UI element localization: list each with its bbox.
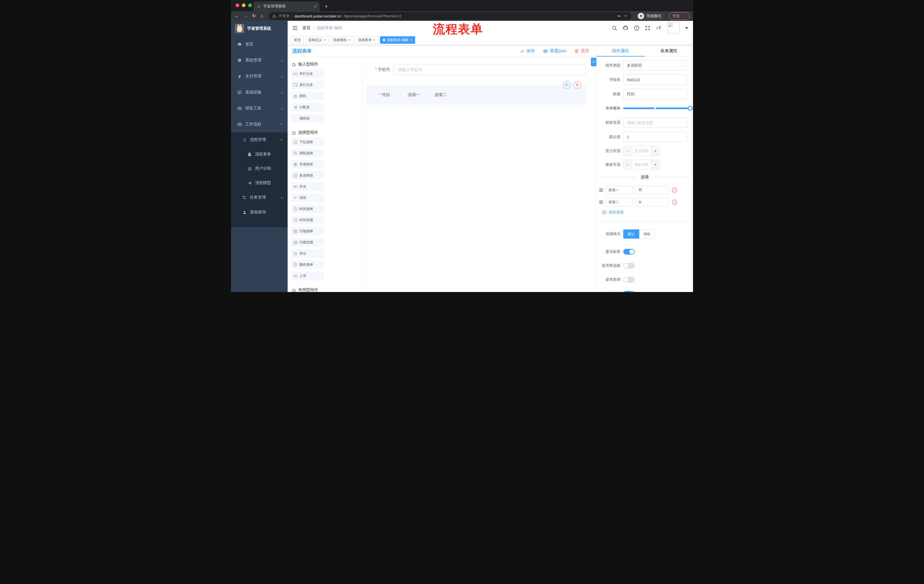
tag-close-icon[interactable]: × (323, 38, 326, 42)
drawer-link-tab[interactable] (591, 58, 596, 66)
font-size-icon[interactable]: TT (656, 25, 662, 31)
default-value-input[interactable] (623, 132, 687, 142)
palette-item-time-range[interactable]: 时间范围 (291, 216, 324, 224)
password-key-icon[interactable] (617, 14, 622, 18)
tag-process-form[interactable]: 流程表单× (355, 36, 378, 44)
palette-item-switch[interactable]: 开关 (291, 182, 324, 191)
add-option-button[interactable]: 添加选项 (602, 210, 693, 215)
palette-item-date-range[interactable]: 日期范围 (291, 238, 324, 247)
minimize-window-button[interactable] (242, 3, 246, 7)
palette-item-multi-text[interactable]: 多行文本 (291, 81, 324, 89)
palette-item-counter[interactable]: 123计数器 (291, 103, 324, 112)
gender-option-2[interactable]: 选项二 (428, 92, 447, 97)
title-input[interactable] (623, 89, 687, 99)
drag-handle-icon[interactable] (599, 188, 604, 192)
gender-option-1[interactable]: 选项一 (401, 92, 420, 97)
browser-tab[interactable]: 芋道管理系统 × (253, 2, 320, 11)
palette-item-date-picker[interactable]: 日期选择 (291, 227, 324, 235)
avatar-caret-icon[interactable] (685, 27, 688, 29)
close-window-button[interactable] (236, 3, 239, 7)
sidebar-item-user-group[interactable]: 用户分组 (231, 161, 288, 176)
palette-item-time-picker[interactable]: 时间选择 (291, 204, 324, 213)
tag-close-icon[interactable]: × (373, 38, 375, 42)
sidebar-item-leave-query[interactable]: 请假查询 (231, 205, 288, 220)
phone-input[interactable] (393, 64, 586, 76)
forward-icon[interactable]: → (243, 14, 248, 18)
tag-home[interactable]: 首页 (291, 36, 304, 44)
disabled-toggle[interactable] (623, 277, 635, 283)
new-tab-button[interactable]: + (322, 3, 330, 10)
browser-menu-dots-icon[interactable]: ⋮ (682, 14, 686, 18)
avatar[interactable] (668, 22, 680, 34)
sidebar-item-process-model[interactable]: 流程模型 (231, 176, 288, 190)
tab-close-icon[interactable]: × (314, 4, 317, 9)
delete-component-button[interactable] (574, 81, 581, 89)
fullscreen-icon[interactable] (645, 25, 650, 31)
option-value-input[interactable] (635, 186, 668, 194)
tag-process-model[interactable]: 流程模型× (330, 36, 353, 44)
plus-icon[interactable]: + (651, 160, 660, 169)
form-grid-slider[interactable] (623, 103, 690, 114)
component-type-select[interactable]: 多选框组 (623, 60, 687, 71)
slider-track[interactable] (623, 107, 690, 109)
drag-handle-icon[interactable] (599, 200, 604, 204)
style-button-button[interactable]: 按钮 (639, 229, 655, 239)
sidebar-item-system[interactable]: 系统管理 (231, 52, 288, 68)
tag-process-definition[interactable]: 流程定义× (305, 36, 328, 44)
sidebar-item-process-form[interactable]: 流程表单 (231, 147, 288, 161)
sidebar-item-home[interactable]: 首页 (231, 36, 288, 52)
clear-button[interactable]: 清空 (574, 48, 589, 54)
palette-item-color-picker[interactable]: 颜色选择 (291, 260, 324, 269)
sidebar-item-process-mgmt[interactable]: 流程管理 (231, 132, 288, 147)
style-default-button[interactable]: 默认 (623, 229, 639, 239)
sidebar-item-workflow[interactable]: 工作流程 (231, 116, 288, 132)
home-icon[interactable]: ⌂ (260, 14, 263, 18)
plus-icon[interactable]: + (651, 146, 660, 155)
border-toggle[interactable] (623, 263, 635, 268)
search-icon[interactable] (612, 25, 617, 31)
palette-item-editor[interactable]: 编辑器 (291, 114, 324, 123)
option-value-input[interactable] (635, 198, 668, 206)
hamburger-collapse-icon[interactable] (292, 25, 298, 31)
tag-close-icon[interactable]: × (348, 38, 350, 42)
save-button[interactable]: 保存 (520, 48, 535, 54)
palette-item-checkbox-group[interactable]: 多选框组 (291, 171, 324, 180)
minus-icon[interactable]: − (624, 146, 632, 155)
question-icon[interactable]: ? (634, 25, 640, 31)
tab-component-props[interactable]: 组件属性 (596, 45, 645, 56)
breadcrumb-home[interactable]: 首页 (302, 25, 310, 31)
option-label-input[interactable] (606, 186, 633, 194)
canvas-field-phone[interactable]: 手机号 (366, 64, 586, 76)
remove-option-button[interactable] (672, 199, 677, 205)
palette-item-slider[interactable]: 滑块 (291, 193, 324, 202)
update-chip[interactable]: 更新 ⋮ (669, 12, 690, 20)
sidebar-item-infra[interactable]: 基础设施 (231, 84, 288, 100)
label-width-input[interactable] (623, 117, 687, 128)
palette-item-select[interactable]: 下拉选择 (291, 138, 324, 146)
field-name-input[interactable] (623, 74, 687, 85)
sidebar-item-payment[interactable]: ¥ 支付管理 (231, 68, 288, 84)
palette-item-single-text[interactable]: 单行文本 (291, 69, 324, 78)
max-select-value[interactable]: 最多可选 (632, 160, 651, 169)
show-label-toggle[interactable] (623, 249, 635, 255)
canvas-field-gender-selected[interactable]: 性别 选项一 选项二 (366, 85, 586, 105)
palette-item-radio-group[interactable]: 单选框组 (291, 160, 324, 169)
bookmark-star-icon[interactable]: ☆ (624, 13, 627, 18)
back-icon[interactable]: ← (234, 14, 239, 18)
palette-item-password[interactable]: 密码 (291, 92, 324, 100)
required-toggle[interactable] (623, 291, 635, 292)
maximize-window-button[interactable] (248, 3, 252, 7)
palette-item-rate[interactable]: 评分 (291, 249, 324, 258)
remove-option-button[interactable] (672, 188, 677, 193)
tag-close-icon[interactable]: × (410, 38, 412, 42)
github-icon[interactable] (623, 25, 629, 31)
update-label[interactable]: 更新 (672, 13, 680, 18)
reload-icon[interactable]: ↻ (252, 14, 256, 18)
form-canvas[interactable]: 手机号 (363, 57, 596, 292)
address-bar[interactable]: 不安全 dashboard.yudao.iocoder.cn/bpm/manag… (269, 12, 631, 20)
slider-handle[interactable] (688, 106, 693, 111)
not-secure-label[interactable]: 不安全 (279, 13, 290, 18)
sidebar-item-devtools[interactable]: 研发工具 (231, 100, 288, 116)
option-label-input[interactable] (606, 198, 633, 206)
tag-process-form-edit[interactable]: 流程表单-编辑× (380, 36, 415, 44)
